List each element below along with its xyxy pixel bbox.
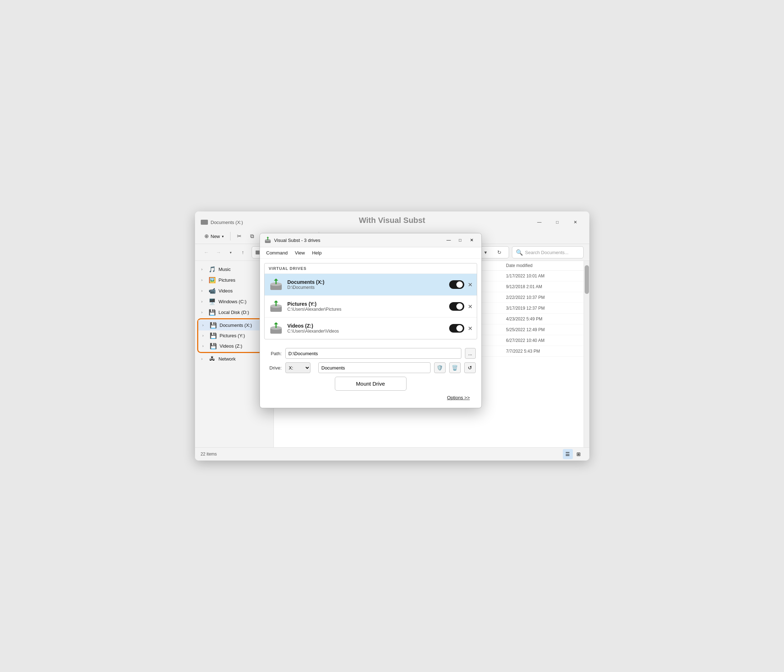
- scrollbar-thumb[interactable]: [585, 265, 589, 294]
- scrollbar[interactable]: [583, 261, 590, 447]
- drive-name-pictures: Pictures (Y:): [288, 301, 445, 307]
- options-link-container: Options >>: [266, 394, 476, 404]
- drive-row-documents[interactable]: Documents (X:) D:\Documents ✕: [264, 274, 477, 295]
- toggle-track: [449, 302, 464, 311]
- dialog-overlay: Visual Subst - 3 drives — □ ✕ Command Vi…: [260, 233, 482, 408]
- dialog-form: Path: ... Drive: X: Y: Z: 🛡️ 🗑️ ↺: [260, 344, 481, 408]
- refresh-drive-button[interactable]: ↺: [464, 362, 476, 373]
- dialog-title-left: Visual Subst - 3 drives: [264, 236, 320, 244]
- path-label: Path:: [266, 351, 282, 356]
- browse-button[interactable]: ...: [465, 348, 476, 359]
- drive-toggle-documents[interactable]: [449, 280, 464, 289]
- menu-help[interactable]: Help: [308, 249, 325, 257]
- sidebar-label-localdisk: Local Disk (D:): [219, 310, 249, 315]
- drive-toggle-videos[interactable]: [449, 324, 464, 333]
- sidebar-label-videos: Videos: [219, 288, 233, 294]
- drive-name-input[interactable]: [318, 362, 431, 373]
- drive-path-videos: C:\Users\Alexander\Videos: [288, 329, 445, 334]
- toggle-track: [449, 324, 464, 333]
- column-modified-header: Date modified: [506, 263, 578, 268]
- trash-button[interactable]: 🗑️: [449, 362, 460, 373]
- refresh-button[interactable]: ↻: [494, 247, 505, 258]
- mount-drive-button[interactable]: Mount Drive: [335, 377, 406, 390]
- explorer-center-title: With Visual Subst: [359, 216, 425, 225]
- dialog-maximize-button[interactable]: □: [455, 236, 466, 244]
- drive-letter-select[interactable]: X: Y: Z:: [285, 362, 310, 373]
- drive-delete-pictures[interactable]: ✕: [468, 303, 473, 310]
- cut-icon: ✂: [237, 233, 242, 240]
- explorer-window: Documents (X:) With Visual Subst — □ ✕ ⊕…: [195, 212, 590, 460]
- search-box[interactable]: 🔍 Search Documents...: [512, 246, 583, 258]
- drive-controls-pictures: ✕: [449, 302, 473, 311]
- sidebar-label-pictures: Pictures: [219, 277, 235, 283]
- drive-label: Drive:: [266, 365, 282, 370]
- row-date: 6/27/2022 10:40 AM: [506, 338, 578, 343]
- new-button[interactable]: ⊕ New ▾: [201, 231, 227, 241]
- forward-button[interactable]: →: [213, 247, 224, 258]
- drive-path-pictures: C:\Users\Alexander\Pictures: [288, 307, 445, 312]
- drive-row-pictures[interactable]: Pictures (Y:) C:\Users\Alexander\Picture…: [264, 295, 477, 317]
- list-view-button[interactable]: ☰: [563, 449, 573, 459]
- svg-rect-11: [275, 302, 276, 306]
- sidebar-label-videos-z: Videos (Z:): [220, 343, 242, 349]
- sidebar-label-network: Network: [219, 356, 236, 362]
- drive-row-videos[interactable]: Videos (Z:) C:\Users\Alexander\Videos ✕: [264, 317, 477, 339]
- path-input[interactable]: [285, 348, 461, 359]
- svg-marker-10: [274, 300, 278, 302]
- row-date: 1/17/2022 10:01 AM: [506, 274, 578, 278]
- drive-name-documents: Documents (X:): [288, 279, 445, 285]
- toolbar-separator-1: [230, 232, 230, 241]
- cut-button[interactable]: ✂: [233, 231, 245, 241]
- row-date: 2/22/2022 10:37 PM: [506, 295, 578, 300]
- dialog-close-button[interactable]: ✕: [467, 236, 477, 244]
- explorer-minimize-button[interactable]: —: [531, 216, 548, 228]
- up-button[interactable]: ↑: [237, 247, 249, 258]
- explorer-maximize-button[interactable]: □: [549, 216, 566, 228]
- explorer-titlebar: Documents (X:) With Visual Subst — □ ✕: [195, 212, 590, 229]
- dialog-menu: Command View Help: [260, 247, 481, 259]
- new-plus-icon: ⊕: [204, 233, 209, 240]
- drive-controls-documents: ✕: [449, 280, 473, 289]
- view-toggle: ☰ ⊞: [563, 449, 583, 459]
- drive-info-pictures: Pictures (Y:) C:\Users\Alexander\Picture…: [288, 301, 445, 312]
- search-placeholder: Search Documents...: [525, 250, 569, 255]
- drive-icon-videos: [269, 321, 283, 336]
- copy-icon: ⧉: [250, 233, 254, 240]
- network-icon: 🖧: [208, 356, 216, 362]
- options-link[interactable]: Options >>: [447, 395, 470, 400]
- toggle-thumb: [456, 303, 463, 310]
- drive-toggle-pictures[interactable]: [449, 302, 464, 311]
- sidebar-label-music: Music: [219, 267, 231, 272]
- drive-name-videos: Videos (Z:): [288, 323, 445, 329]
- copy-button[interactable]: ⧉: [247, 231, 258, 241]
- toggle-thumb: [456, 282, 463, 288]
- menu-view[interactable]: View: [291, 249, 308, 257]
- row-date: 9/12/2018 2:01 AM: [506, 284, 578, 289]
- virtual-drives-header: VIRTUAL DRIVES: [264, 263, 477, 274]
- sidebar-expand-icon: ›: [202, 323, 207, 327]
- explorer-app-icon: [201, 220, 208, 225]
- row-date: 5/25/2022 12:49 PM: [506, 327, 578, 332]
- dialog-titlebar: Visual Subst - 3 drives — □ ✕: [260, 233, 481, 247]
- documents-drive-icon: 💾: [210, 322, 217, 329]
- dialog-minimize-button[interactable]: —: [443, 236, 454, 244]
- drive-delete-documents[interactable]: ✕: [468, 282, 473, 288]
- drive-path-documents: D:\Documents: [288, 285, 445, 290]
- drive-controls-videos: ✕: [449, 324, 473, 333]
- sidebar-label-windows: Windows (C:): [219, 299, 247, 304]
- visual-subst-app-icon: [264, 236, 271, 244]
- sidebar-expand-icon: ›: [201, 278, 206, 282]
- back-button[interactable]: ←: [201, 247, 212, 258]
- explorer-close-button[interactable]: ✕: [567, 216, 583, 228]
- status-bar: 22 items ☰ ⊞: [195, 447, 590, 460]
- shield-button[interactable]: 🛡️: [434, 362, 446, 373]
- recent-button[interactable]: ▾: [225, 247, 236, 258]
- menu-command[interactable]: Command: [263, 249, 291, 257]
- row-date: 3/17/2019 12:37 PM: [506, 306, 578, 311]
- toggle-thumb: [456, 325, 463, 331]
- pictures-drive-icon: 💾: [210, 332, 217, 339]
- grid-view-button[interactable]: ⊞: [574, 449, 583, 459]
- drive-delete-videos[interactable]: ✕: [468, 325, 473, 332]
- search-icon: 🔍: [516, 249, 523, 256]
- localdisk-drive-icon: 💾: [208, 309, 216, 316]
